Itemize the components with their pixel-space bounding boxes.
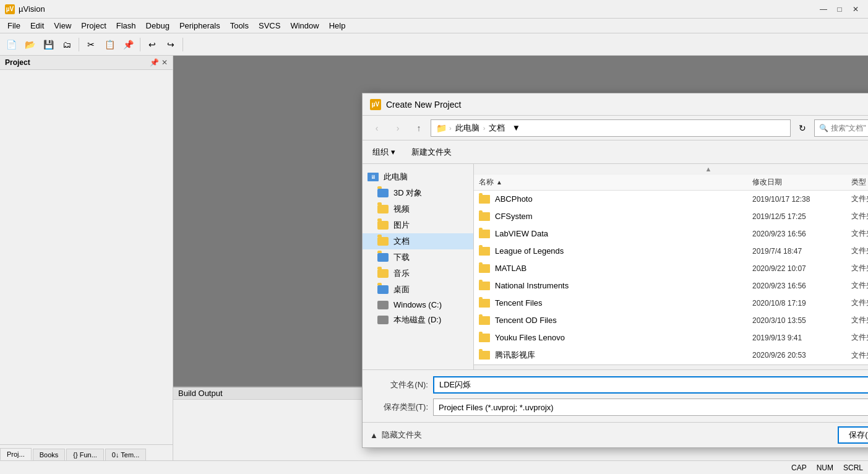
toolbar-sep-3 — [183, 38, 183, 51]
nav-tree-item-documents[interactable]: 文档 — [363, 233, 473, 249]
address-dropdown-button[interactable]: ▼ — [509, 119, 523, 137]
hide-folders-button[interactable]: ▲ 隐藏文件夹 — [370, 429, 422, 441]
horizontal-scrollbar[interactable] — [474, 364, 868, 369]
folder-music-icon — [377, 269, 389, 278]
menu-edit[interactable]: Edit — [25, 20, 49, 32]
tab-project[interactable]: Proj... — [0, 448, 32, 460]
file-row[interactable]: MATLAB 2020/9/22 10:07 文件夹 — [474, 260, 868, 277]
new-file-button[interactable]: 📄 — [2, 36, 20, 53]
folder-documents-icon — [377, 237, 389, 246]
status-bar: CAP NUM SCRL — [0, 460, 868, 474]
right-area: Build Output 📌 ✕ µV Create New Project — [173, 56, 868, 460]
new-folder-button[interactable]: 新建文件夹 — [405, 144, 458, 161]
nav-tree-item-pc[interactable]: 🖥 此电脑 — [363, 169, 473, 185]
file-list-header: 名称 ▲ 修改日期 类型 大小 — [474, 175, 868, 191]
app-close-button[interactable]: ✕ — [848, 3, 863, 15]
address-pc[interactable]: 此电脑 — [454, 123, 481, 134]
copy-button[interactable]: 📋 — [101, 36, 118, 53]
nav-forward-button[interactable]: › — [389, 119, 407, 137]
dialog-bottom-bar: ▲ 隐藏文件夹 保存(S) 取消 — [363, 422, 868, 447]
title-bar-left: µV µVision — [5, 4, 45, 14]
file-row-date: 2020/9/23 16:56 — [752, 282, 851, 290]
folder-icon — [479, 316, 490, 325]
undo-button[interactable]: ↩ — [144, 36, 161, 53]
file-row[interactable]: Youku Files Lenovo 2019/9/13 9:41 文件夹 — [474, 329, 868, 347]
search-input[interactable] — [814, 119, 868, 137]
folder-icon — [479, 247, 490, 256]
filename-input[interactable] — [433, 376, 868, 394]
pin-icon[interactable]: 📌 — [150, 58, 159, 67]
open-button[interactable]: 📂 — [21, 36, 38, 53]
title-bar-controls: — □ ✕ — [816, 3, 863, 15]
file-row-name: LabVIEW Data — [495, 229, 752, 238]
dialog-toolbar2: 组织 ▾ 新建文件夹 ⊞ ▾ ? — [363, 140, 868, 164]
tab-templates[interactable]: 0↓ Tem... — [105, 449, 146, 460]
drive-c-icon — [377, 301, 389, 309]
nav-tree-item-drive-d[interactable]: 本地磁盘 (D:) — [363, 312, 473, 328]
menu-project[interactable]: Project — [76, 20, 111, 32]
save-button[interactable]: 💾 — [40, 36, 57, 53]
filetype-row: 保存类型(T): Project Files (*.uvproj; *.uvpr… — [372, 399, 868, 416]
folder-pictures-icon — [377, 221, 389, 230]
nav-tree-item-video[interactable]: 视频 — [363, 201, 473, 217]
filetype-dropdown[interactable]: Project Files (*.uvproj; *.uvprojx) ▼ — [433, 399, 868, 416]
minimize-button[interactable]: — — [816, 3, 831, 15]
menu-peripherals[interactable]: Peripherals — [174, 20, 225, 32]
dialog-save-button[interactable]: 保存(S) — [838, 426, 868, 444]
menu-view[interactable]: View — [49, 20, 76, 32]
dialog-body: 🖥 此电脑 3D 对象 视频 图片 — [363, 164, 868, 369]
folder-icon — [479, 230, 490, 238]
col-date[interactable]: 修改日期 — [752, 177, 851, 187]
app-icon: µV — [5, 4, 15, 14]
left-panel-header: Project 📌 ✕ — [0, 56, 173, 70]
col-type[interactable]: 类型 — [851, 177, 868, 187]
menu-svcs[interactable]: SVCS — [254, 20, 285, 32]
file-row[interactable]: League of Legends 2019/7/4 18:47 文件夹 — [474, 243, 868, 260]
nav-tree-item-3d[interactable]: 3D 对象 — [363, 185, 473, 201]
folder-icon — [479, 351, 490, 360]
nav-tree-item-desktop[interactable]: 桌面 — [363, 282, 473, 298]
nav-tree-item-music[interactable]: 音乐 — [363, 265, 473, 282]
file-row[interactable]: CFSystem 2019/12/5 17:25 文件夹 — [474, 208, 868, 225]
menu-help[interactable]: Help — [324, 20, 351, 32]
refresh-button[interactable]: ↻ — [793, 119, 812, 137]
organize-button[interactable]: 组织 ▾ — [367, 144, 400, 161]
menu-file[interactable]: File — [2, 20, 25, 32]
maximize-button[interactable]: □ — [832, 3, 847, 15]
file-row[interactable]: LabVIEW Data 2020/9/23 16:56 文件夹 — [474, 225, 868, 243]
tab-books[interactable]: Books — [33, 449, 66, 460]
file-row[interactable]: Tencent OD Files 2020/3/10 13:55 文件夹 — [474, 312, 868, 329]
folder-icon — [479, 264, 490, 273]
nav-back-button[interactable]: ‹ — [367, 119, 386, 137]
dialog-icon: µV — [370, 99, 381, 110]
nav-up-button[interactable]: ↑ — [410, 119, 428, 137]
file-row[interactable]: ABCPhoto 2019/10/17 12:38 文件夹 — [474, 191, 868, 208]
file-row-name: National Instruments — [495, 281, 752, 290]
save-all-button[interactable]: 🗂 — [58, 36, 75, 53]
cut-button[interactable]: ✂ — [82, 36, 100, 53]
menu-window[interactable]: Window — [285, 20, 324, 32]
menu-flash[interactable]: Flash — [111, 20, 141, 32]
address-documents[interactable]: 文档 — [488, 123, 506, 134]
status-num: NUM — [817, 463, 833, 472]
file-row-type: 文件夹 — [851, 246, 868, 256]
redo-button[interactable]: ↪ — [162, 36, 179, 53]
folder-icon — [479, 334, 490, 342]
nav-tree-item-downloads[interactable]: 下载 — [363, 249, 473, 265]
menu-debug[interactable]: Debug — [141, 20, 174, 32]
panel-close-icon[interactable]: ✕ — [161, 58, 168, 67]
folder-icon — [479, 299, 490, 308]
main-content: Project 📌 ✕ Proj... Books {} Fun... 0↓ T… — [0, 56, 868, 460]
file-row-type: 文件夹 — [851, 350, 868, 361]
nav-tree-item-pictures[interactable]: 图片 — [363, 217, 473, 233]
nav-tree-item-drive-c[interactable]: Windows (C:) — [363, 298, 473, 312]
file-list: ABCPhoto 2019/10/17 12:38 文件夹 CFSystem 2… — [474, 191, 868, 364]
file-row[interactable]: Tencent Files 2020/10/8 17:19 文件夹 — [474, 295, 868, 312]
folder-desktop-icon — [377, 285, 389, 294]
file-row[interactable]: 腾讯影视库 2020/9/26 20:53 文件夹 — [474, 347, 868, 364]
col-name[interactable]: 名称 ▲ — [479, 177, 752, 187]
menu-tools[interactable]: Tools — [225, 20, 254, 32]
tab-functions[interactable]: {} Fun... — [66, 449, 104, 460]
paste-button[interactable]: 📌 — [119, 36, 137, 53]
file-row[interactable]: National Instruments 2020/9/23 16:56 文件夹 — [474, 277, 868, 295]
